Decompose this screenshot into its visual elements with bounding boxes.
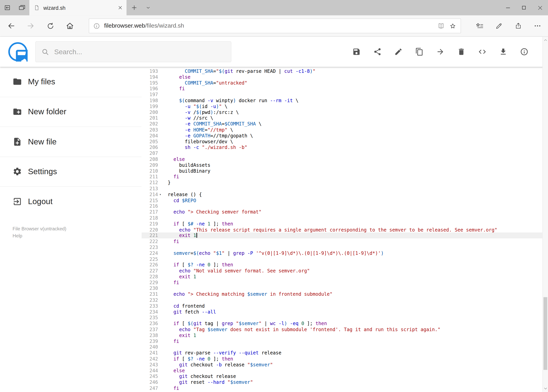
code-line[interactable]: 244 else — [141, 368, 542, 374]
code-line[interactable]: 245 git checkout release — [141, 374, 542, 379]
minimize-button[interactable] — [500, 0, 516, 15]
code-line[interactable]: 210 buildBinary — [141, 168, 542, 174]
code-line[interactable]: 235 — [141, 315, 542, 321]
code-line[interactable]: 201 -w //src \ — [141, 115, 542, 121]
sidebar-item-new-folder[interactable]: New folder — [0, 97, 141, 127]
code-line[interactable]: 247 fi — [141, 385, 542, 391]
scroll-down-button[interactable] — [543, 385, 548, 391]
download-button[interactable] — [499, 48, 507, 56]
browser-menu-button[interactable] — [528, 17, 547, 35]
code-line[interactable]: 242 if [ $? -ne 0 ]; then — [141, 356, 542, 362]
code-line[interactable]: 213 — [141, 186, 542, 191]
code-line[interactable]: 222 fi — [141, 238, 542, 244]
code-line[interactable]: 218 — [141, 215, 542, 221]
search-input[interactable] — [54, 48, 225, 56]
code-line[interactable]: 224 semver=$(echo "$1" | grep -P '^v(0|[… — [141, 250, 542, 256]
sidebar-item-logout[interactable]: Logout — [0, 186, 141, 216]
code-line[interactable]: 195 COMMIT_SHA="untracked" — [141, 80, 542, 86]
tabs-you-set-aside-button[interactable] — [15, 0, 29, 15]
copy-button[interactable] — [415, 48, 423, 56]
address-bar[interactable]: filebrowser.web/files/wizard.sh — [89, 19, 461, 33]
move-button[interactable] — [436, 48, 444, 56]
code-line[interactable]: 219 if [ $# -ne 1 ]; then — [141, 221, 542, 227]
code-line[interactable]: 227 echo "Not valid semver format. See s… — [141, 268, 542, 274]
new-tab-button[interactable] — [127, 0, 142, 15]
code-line[interactable]: 194 else — [141, 74, 542, 80]
code-line[interactable]: 246 git reset --hard "$semver" — [141, 379, 542, 385]
save-button[interactable] — [352, 48, 361, 56]
code-line[interactable]: 193 COMMIT_SHA="$(git rev-parse HEAD | c… — [141, 68, 542, 74]
scroll-thumb[interactable] — [543, 297, 548, 370]
code-line[interactable]: 215 cd $REPO — [141, 197, 542, 203]
favorites-hub-button[interactable] — [470, 17, 489, 35]
code-line[interactable]: 209 buildAssets — [141, 162, 542, 168]
code-line[interactable]: 199 -u "$(id -u)" \ — [141, 103, 542, 109]
code-line[interactable]: 223 — [141, 244, 542, 250]
code-line[interactable]: 214▾release () { — [141, 191, 542, 197]
code-line[interactable]: 243 git checkout -b release "$semver" — [141, 362, 542, 368]
code-line[interactable]: 206 sh -c "./wizard.sh -b" — [141, 144, 542, 150]
search-box[interactable] — [35, 41, 231, 62]
web-note-button[interactable] — [489, 17, 508, 35]
raw-view-button[interactable] — [478, 48, 486, 56]
code-line[interactable]: 228 exit 1 — [141, 274, 542, 280]
code-line[interactable]: 234 git fetch --all — [141, 309, 542, 315]
code-line[interactable]: 233 cd frontend — [141, 303, 542, 309]
back-button[interactable] — [1, 17, 21, 35]
sidebar-footer: File Browser v(untracked) Help — [0, 225, 141, 239]
code-line[interactable]: 226 if [ $? -ne 0 ]; then — [141, 262, 542, 268]
favorite-button[interactable] — [449, 22, 457, 29]
sidebar-item-settings[interactable]: Settings — [0, 156, 141, 186]
code-line[interactable]: 212} — [141, 180, 542, 186]
code-line[interactable]: 211 fi — [141, 174, 542, 180]
browser-tab[interactable]: wizard.sh — [29, 0, 127, 15]
code-line[interactable]: 196 fi — [141, 86, 542, 91]
code-line[interactable]: 202 -e COMMIT_SHA=$COMMIT_SHA \ — [141, 121, 542, 127]
code-line[interactable]: 198 $(command -v winpty) docker run --rm… — [141, 98, 542, 103]
code-line[interactable]: 203 -e HOME="//tmp" \ — [141, 127, 542, 133]
home-button[interactable] — [60, 17, 80, 35]
set-tabs-aside-button[interactable] — [0, 0, 15, 15]
help-link[interactable]: Help — [13, 232, 141, 239]
share-button[interactable] — [373, 48, 382, 56]
sidebar-item-my-files[interactable]: My files — [0, 67, 141, 97]
code-line[interactable]: 205 filebrowser/dev \ — [141, 139, 542, 144]
code-line[interactable]: 220 echo "This release script requires a… — [141, 227, 542, 232]
fold-marker-icon[interactable]: ▾ — [158, 191, 165, 197]
code-line[interactable]: 216 — [141, 203, 542, 209]
code-line[interactable]: 200 -v /$(pwd):/src:z \ — [141, 109, 542, 115]
code-line[interactable]: 232 — [141, 297, 542, 303]
code-line[interactable]: 204 -e GOPATH=//tmp/gopath \ — [141, 133, 542, 139]
maximize-button[interactable] — [516, 0, 532, 15]
code-line[interactable]: 240 — [141, 344, 542, 350]
tab-preview-toggle[interactable] — [142, 0, 154, 15]
sidebar-item-new-file[interactable]: New file — [0, 127, 141, 157]
forward-button[interactable] — [21, 17, 41, 35]
code-line[interactable]: 208 else — [141, 156, 542, 162]
code-line[interactable]: 197 — [141, 91, 542, 98]
close-window-button[interactable] — [532, 0, 548, 15]
code-editor[interactable]: 193 COMMIT_SHA="$(git rev-parse HEAD | c… — [141, 67, 542, 392]
tab-close-icon[interactable] — [117, 5, 123, 11]
code-line[interactable]: 217 echo "> Checking semver format" — [141, 209, 542, 215]
code-line[interactable]: 225 — [141, 256, 542, 262]
code-line[interactable]: 237 echo "Tag $semver does not exist in … — [141, 327, 542, 333]
code-line[interactable]: 238 exit 1 — [141, 333, 542, 338]
edit-button[interactable] — [394, 48, 403, 56]
code-line[interactable]: 207 — [141, 150, 542, 156]
code-line[interactable]: 239 fi — [141, 338, 542, 344]
share-page-button[interactable] — [508, 17, 528, 35]
info-button[interactable] — [520, 48, 528, 56]
scroll-up-button[interactable] — [543, 37, 548, 43]
scrollbar[interactable] — [542, 37, 548, 392]
code-line[interactable]: 231 echo "> Checking matching $semver in… — [141, 291, 542, 297]
delete-button[interactable] — [457, 48, 466, 56]
reading-view-button[interactable] — [437, 22, 445, 30]
refresh-button[interactable] — [41, 17, 60, 35]
code-line[interactable]: 241 git rev-parse --verify --quiet relea… — [141, 350, 542, 356]
code-line[interactable]: 230 — [141, 286, 542, 291]
code-line[interactable]: 221 exit 1 — [141, 232, 542, 238]
site-info-icon[interactable] — [93, 22, 100, 29]
code-line[interactable]: 229 fi — [141, 280, 542, 286]
code-line[interactable]: 236 if [ $(git tag | grep "$semver" | wc… — [141, 321, 542, 327]
